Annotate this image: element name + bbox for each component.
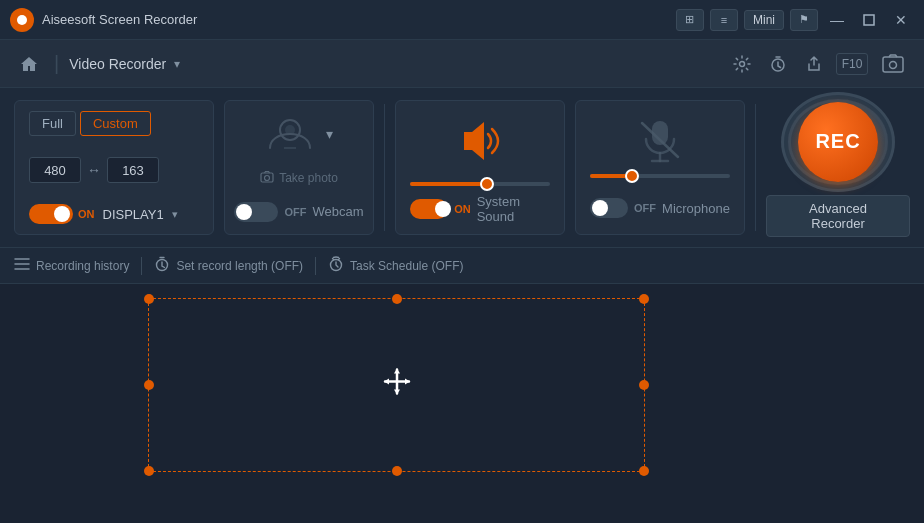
controls-area: Full Custom 480 ↔ 163 ON DISPLAY1 ▾ (0, 88, 924, 248)
record-length-icon (154, 256, 170, 275)
webcam-toggle-row: OFF Webcam (234, 202, 363, 222)
sound-slider-container (410, 182, 550, 186)
microphone-panel: OFF Microphone (575, 100, 745, 235)
sound-toggle[interactable] (410, 199, 448, 219)
timer-icon[interactable] (764, 50, 792, 78)
webcam-toggle[interactable] (234, 202, 278, 222)
rec-button[interactable]: REC (798, 102, 878, 182)
sound-toggle-knob (435, 201, 451, 217)
grid-btn[interactable]: ⊞ (676, 9, 704, 31)
webcam-panel: ▾ Take photo OFF Webcam (224, 100, 374, 235)
display-dropdown-icon[interactable]: ▾ (172, 208, 178, 221)
divider-1 (384, 104, 385, 231)
mini-button[interactable]: Mini (744, 10, 784, 30)
schedule-icon (328, 256, 344, 275)
display-toggle[interactable]: ON (29, 204, 95, 224)
mic-off-label: OFF (634, 202, 656, 214)
task-schedule-btn[interactable]: Task Schedule (OFF) (316, 256, 475, 275)
move-cursor[interactable] (383, 368, 411, 403)
display-toggle-label: ON (78, 208, 95, 220)
mic-icon-area (590, 117, 730, 163)
system-sound-panel: ON System Sound (395, 100, 565, 235)
mode-label: Video Recorder (69, 56, 166, 72)
mode-dropdown-icon: ▾ (174, 57, 180, 71)
close-button[interactable]: ✕ (888, 9, 914, 31)
webcam-dropdown-icon[interactable]: ▾ (326, 126, 333, 142)
webcam-toggle-off-label: OFF (284, 206, 306, 218)
sound-icon-area (410, 111, 550, 174)
f10-text: F10 (842, 57, 863, 71)
dim-separator: ↔ (87, 162, 101, 178)
display-toggle-knob (54, 206, 70, 222)
sound-on-label: ON (454, 203, 471, 215)
handle-bottom-left[interactable] (144, 466, 154, 476)
svg-marker-21 (394, 390, 400, 395)
divider-2 (755, 104, 756, 231)
home-button[interactable] (14, 49, 44, 79)
record-length-label: Set record length (OFF) (176, 259, 303, 273)
handle-top-left[interactable] (144, 294, 154, 304)
svg-point-9 (265, 176, 270, 181)
mic-toggle[interactable] (590, 198, 628, 218)
sound-icon (454, 118, 506, 168)
webcam-take-photo-btn[interactable]: Take photo (260, 171, 338, 185)
toolbar-separator: | (54, 52, 59, 75)
toolbar-right: F10 (728, 47, 910, 81)
sound-toggle-row: ON System Sound (410, 194, 550, 224)
svg-marker-23 (405, 379, 410, 385)
bottom-bar: Recording history Set record length (OFF… (0, 248, 924, 284)
recording-history-btn[interactable]: Recording history (14, 257, 141, 274)
svg-rect-3 (883, 57, 903, 72)
screenshot-button[interactable] (876, 47, 910, 81)
mic-toggle-row: OFF Microphone (590, 198, 730, 218)
mic-slider-container (590, 174, 730, 178)
set-record-length-btn[interactable]: Set record length (OFF) (142, 256, 315, 275)
pin-btn[interactable]: ⚑ (790, 9, 818, 31)
export-icon[interactable] (800, 50, 828, 78)
sound-slider-fill (410, 182, 487, 186)
handle-bottom-right[interactable] (639, 466, 649, 476)
mic-slider-track[interactable] (590, 174, 730, 178)
display-toggle-track[interactable] (29, 204, 73, 224)
mic-toggle-knob (592, 200, 608, 216)
app-title: Aiseesoft Screen Recorder (42, 12, 676, 27)
canvas-area (0, 284, 924, 523)
svg-point-1 (740, 61, 745, 66)
take-photo-label: Take photo (279, 171, 338, 185)
mic-slider-thumb[interactable] (625, 169, 639, 183)
selection-rectangle[interactable] (148, 298, 645, 472)
size-toggle: Full Custom (29, 111, 199, 136)
task-schedule-label: Task Schedule (OFF) (350, 259, 463, 273)
sound-slider-track[interactable] (410, 182, 550, 186)
handle-top-right[interactable] (639, 294, 649, 304)
maximize-button[interactable] (856, 9, 882, 31)
custom-button[interactable]: Custom (80, 111, 151, 136)
display-label[interactable]: DISPLAY1 (103, 207, 164, 222)
mode-selector[interactable]: Video Recorder ▾ (69, 56, 180, 72)
width-input[interactable]: 480 (29, 157, 81, 183)
lines-btn[interactable]: ≡ (710, 9, 738, 31)
handle-right-center[interactable] (639, 380, 649, 390)
dimensions-row: 480 ↔ 163 (29, 157, 199, 183)
handle-left-center[interactable] (144, 380, 154, 390)
height-input[interactable]: 163 (107, 157, 159, 183)
system-sound-label: System Sound (477, 194, 550, 224)
svg-rect-0 (864, 15, 874, 25)
handle-top-center[interactable] (392, 294, 402, 304)
handle-bottom-center[interactable] (392, 466, 402, 476)
record-area-panel: Full Custom 480 ↔ 163 ON DISPLAY1 ▾ (14, 100, 214, 235)
settings-icon[interactable] (728, 50, 756, 78)
svg-point-4 (890, 61, 897, 68)
minimize-button[interactable]: — (824, 9, 850, 31)
sound-slider-thumb[interactable] (480, 177, 494, 191)
webcam-toggle-knob (236, 204, 252, 220)
webcam-icon-row: ▾ (266, 114, 333, 154)
app-logo (10, 8, 34, 32)
full-button[interactable]: Full (29, 111, 76, 136)
advanced-recorder-button[interactable]: Advanced Recorder (766, 195, 910, 237)
rec-circle-outer: REC (788, 99, 888, 185)
display-row: ON DISPLAY1 ▾ (29, 204, 199, 224)
f10-label[interactable]: F10 (836, 53, 868, 75)
microphone-label: Microphone (662, 201, 730, 216)
webcam-section-name: Webcam (312, 204, 363, 219)
